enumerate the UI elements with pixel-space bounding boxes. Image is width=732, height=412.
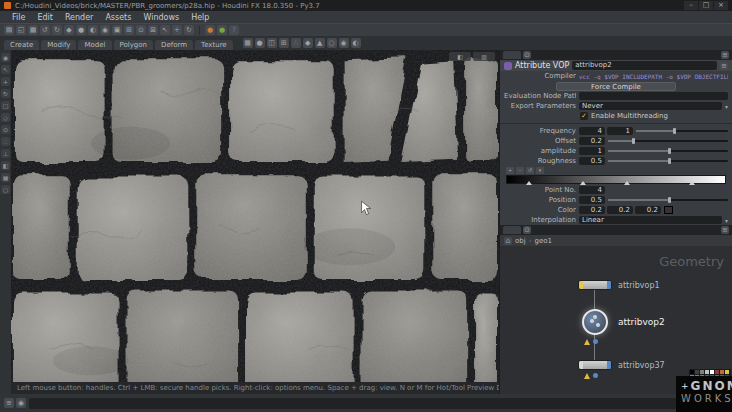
ramp-color-value-field[interactable]: 0.2 [607, 206, 633, 214]
palette-swatch[interactable] [725, 370, 729, 374]
palette-swatch[interactable] [705, 370, 709, 374]
help-icon[interactable]: ? [229, 25, 239, 35]
box-tool-icon[interactable]: ▦ [243, 38, 253, 48]
rotate-mode-icon[interactable]: ↻ [184, 25, 194, 35]
lights-display-icon[interactable]: ○ [1, 185, 10, 194]
ramp-gradient[interactable] [506, 175, 726, 184]
info-badge-icon[interactable] [593, 339, 598, 344]
gear-icon[interactable]: ≡ [720, 62, 728, 70]
ramp-position-field[interactable]: 0.5 [579, 196, 605, 204]
ramp-add-point-icon[interactable]: + [506, 167, 514, 174]
undo-icon[interactable]: ↺ [40, 25, 50, 35]
compiler-string-field[interactable]: vcc -q $VOP_INCLUDEPATH -o $VOP_OBJECTFI… [579, 73, 728, 80]
camera-menu-icon[interactable]: ▥ [473, 52, 495, 61]
materials-icon[interactable]: ◉ [100, 25, 110, 35]
palette-swatch[interactable] [690, 370, 694, 374]
objects-mode-icon[interactable]: ◆ [64, 25, 74, 35]
ramp-color-value-field[interactable]: 0.2 [635, 206, 661, 214]
export-parameters-dropdown[interactable]: Never [579, 102, 722, 110]
palette-swatch[interactable] [700, 370, 704, 374]
save-scene-icon[interactable]: ▦ [28, 25, 38, 35]
ramp-interp-dropdown[interactable]: Linear [579, 216, 722, 224]
palette-swatch[interactable] [710, 370, 714, 374]
ramp-handle[interactable] [689, 181, 695, 185]
node-label-attribvop37[interactable]: attribvop37 [618, 361, 665, 370]
pin-icon[interactable]: ⊙ [523, 226, 531, 234]
shelf-tab[interactable]: Model [78, 40, 111, 50]
ramp-color-value-field[interactable]: 0.2 [579, 206, 605, 214]
snap-point-icon[interactable]: ⊙ [136, 25, 146, 35]
info-badge-icon[interactable] [593, 373, 598, 378]
menu-item[interactable]: Render [59, 13, 99, 22]
pane-tab[interactable] [503, 51, 521, 59]
menu-item[interactable]: Assets [99, 13, 137, 22]
shaded-display-icon[interactable]: ◧ [1, 161, 10, 170]
network-canvas[interactable]: Geometry attribvop1 attribvop2 [500, 246, 732, 394]
ramp-handle[interactable] [526, 181, 532, 185]
status-info-icon[interactable]: ◉ [16, 398, 26, 408]
multithreading-checkbox[interactable]: ✓ [580, 112, 588, 120]
force-compile-button[interactable]: Force Compile [556, 82, 676, 91]
render-view-icon[interactable]: ▣ [112, 25, 122, 35]
scene-viewport[interactable]: ◧ ▥ Left mouse button: handles. Ctrl + L… [11, 50, 499, 394]
node-label-attribvop2[interactable]: attribvop2 [618, 317, 665, 327]
ramp-handle[interactable] [580, 181, 586, 185]
open-scene-icon[interactable]: ◱ [16, 25, 26, 35]
palette-swatch[interactable] [720, 370, 724, 374]
frequency-slider[interactable] [636, 127, 728, 135]
shelf-tab[interactable]: Polygon [114, 40, 154, 50]
frequency-value-field[interactable]: 4 [579, 127, 605, 135]
new-scene-icon[interactable]: ▤ [4, 25, 14, 35]
eval-node-path-field[interactable] [579, 92, 728, 100]
ramp-flip-icon[interactable]: ↺ [526, 167, 534, 174]
ramp-point-field[interactable]: 4 [579, 186, 605, 194]
ramp-handle[interactable] [624, 181, 630, 185]
roughness-value-field[interactable]: 0.5 [579, 157, 605, 165]
menu-item[interactable]: Windows [137, 13, 185, 22]
snap-toggle-icon[interactable]: ⊙ [1, 125, 10, 134]
shelf-tab[interactable]: Modify [41, 40, 76, 50]
node-label-attribvop1[interactable]: attribvop1 [618, 281, 660, 290]
curve-tool-icon[interactable]: ∴ [291, 38, 301, 48]
view-menu-icon[interactable]: ◧ [449, 52, 471, 61]
ramp-remove-point-icon[interactable]: – [516, 167, 524, 174]
display-normals-icon[interactable]: ⊥ [1, 149, 10, 158]
menu-item[interactable]: File [6, 13, 31, 22]
minimize-button[interactable]: – [684, 1, 698, 10]
select-tool-icon[interactable]: ↖ [1, 65, 10, 74]
menu-item[interactable]: Edit [31, 13, 59, 22]
rotate-tool-icon[interactable]: ↻ [1, 89, 10, 98]
palette-swatch[interactable] [695, 370, 699, 374]
wireframe-display-icon[interactable]: ▦ [1, 173, 10, 182]
ramp-position-slider[interactable] [608, 196, 728, 204]
move-mode-icon[interactable]: + [172, 25, 182, 35]
shelf-tab[interactable]: Create [4, 40, 39, 50]
handles-tool-icon[interactable]: ◇ [1, 113, 10, 122]
node-flag-display[interactable] [607, 361, 611, 369]
palette-swatch[interactable] [715, 370, 719, 374]
light-tool-icon[interactable]: ◉ [339, 38, 349, 48]
null-tool-icon[interactable]: ○ [327, 38, 337, 48]
maximize-button[interactable]: □ [699, 1, 713, 10]
message-log-icon[interactable]: ≡ [4, 398, 14, 408]
select-mode-icon[interactable]: ↖ [160, 25, 170, 35]
pane-tab[interactable] [503, 226, 521, 234]
ortho-toggle-icon[interactable]: ⊠ [148, 25, 158, 35]
breadcrumb-obj[interactable]: obj [515, 237, 526, 245]
frequency-value-field[interactable]: 1 [607, 127, 633, 135]
lsystem-tool-icon[interactable]: ▲ [315, 38, 325, 48]
ramp-color-swatch[interactable] [664, 206, 673, 214]
grid-tool-icon[interactable]: ⊞ [279, 38, 289, 48]
platonic-tool-icon[interactable]: ◆ [303, 38, 313, 48]
close-button[interactable]: × [714, 1, 728, 10]
breadcrumb-geo[interactable]: geo1 [534, 237, 552, 245]
pin-icon[interactable]: ⊙ [523, 51, 531, 59]
offset-slider[interactable] [608, 137, 728, 145]
node-attribvop2-selected[interactable] [582, 309, 608, 335]
node-attribvop37[interactable] [578, 360, 612, 370]
render-task-icon[interactable]: ● [205, 25, 215, 35]
shelf-tab[interactable]: Deform [155, 40, 193, 50]
menu-item[interactable]: Help [185, 13, 215, 22]
tube-tool-icon[interactable]: ◫ [267, 38, 277, 48]
snap-grid-icon[interactable]: ⊞ [124, 25, 134, 35]
